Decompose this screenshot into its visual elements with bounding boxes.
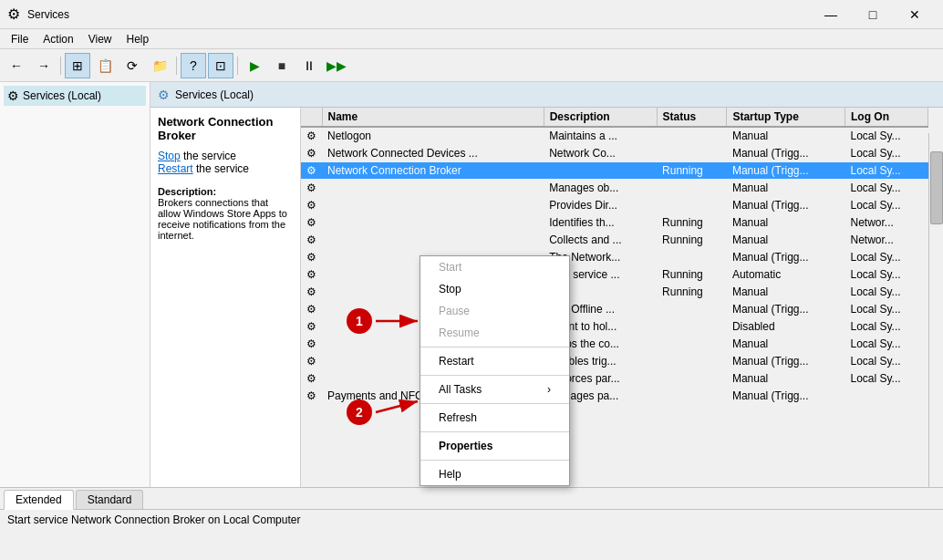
menu-view[interactable]: View (81, 31, 119, 47)
col-status[interactable]: Status (657, 108, 727, 127)
context-menu-item-restart[interactable]: Restart (420, 350, 569, 372)
restart-service-link[interactable]: Restart (158, 162, 193, 175)
forward-button[interactable]: → (31, 53, 57, 78)
context-menu-separator (420, 431, 569, 432)
table-row[interactable]: ⚙ Network Connected Devices ... Network … (301, 145, 928, 162)
tab-standard[interactable]: Standard (76, 490, 144, 509)
context-menu-item-refresh[interactable]: Refresh (420, 407, 569, 429)
close-button[interactable]: ✕ (894, 0, 936, 29)
row-name: Netlogon (322, 127, 544, 145)
table-row[interactable]: ⚙ Manages ob... Manual Local Sy... (301, 180, 928, 197)
menu-bar: File Action View Help (0, 29, 943, 49)
table-row[interactable]: ⚙ Collects and ... Running Manual Networ… (301, 232, 928, 249)
row-startup-type: Manual (727, 127, 845, 145)
context-menu-item-stop[interactable]: Stop (420, 278, 569, 300)
row-gear-icon: ⚙ (301, 370, 322, 388)
desc-body: Brokers connections that allow Windows S… (158, 197, 287, 241)
table-container[interactable]: Name Description Status Startup Type Log… (301, 108, 943, 487)
context-menu-separator (420, 460, 569, 461)
col-name[interactable]: Name (322, 108, 544, 127)
table-row[interactable]: ⚙ The Offline ... Manual (Trigg... Local… (301, 301, 928, 318)
row-startup-type: Manual (727, 284, 845, 301)
context-menu-item-all-tasks[interactable]: All Tasks› (420, 379, 569, 400)
row-startup-type: Manual (Trigg... (727, 197, 845, 214)
stop-service-button[interactable]: ■ (269, 53, 295, 78)
row-gear-icon: ⚙ (301, 388, 322, 405)
row-logon: Local Sy... (845, 266, 927, 284)
row-logon: Local Sy... (845, 301, 927, 318)
table-row[interactable]: ⚙ The Network... Manual (Trigg... Local … (301, 249, 928, 266)
table-row[interactable]: ⚙ Provides Dir... Manual (Trigg... Local… (301, 197, 928, 214)
services-icon: ⚙ (7, 88, 19, 103)
row-description: Network Co... (544, 145, 657, 162)
scrollbar-track[interactable] (928, 133, 943, 487)
row-logon: Local Sy... (845, 284, 927, 301)
row-startup-type: Manual (Trigg... (727, 145, 845, 162)
export-button[interactable]: 📁 (147, 53, 172, 78)
start-service-button[interactable]: ▶ (242, 53, 267, 78)
row-gear-icon: ⚙ (301, 162, 322, 180)
row-status (657, 353, 727, 370)
stop-service-link[interactable]: Stop (158, 150, 181, 162)
table-row[interactable]: ⚙ Netlogon Maintains a ... Manual Local … (301, 127, 928, 145)
col-description[interactable]: Description (544, 108, 657, 127)
row-gear-icon: ⚙ (301, 336, 322, 353)
col-logon[interactable]: Log On (845, 108, 927, 127)
table-row[interactable]: ⚙ Enables trig... Manual (Trigg... Local… (301, 353, 928, 370)
row-gear-icon: ⚙ (301, 180, 322, 197)
context-menu-separator (420, 403, 569, 404)
table-row[interactable]: ⚙ Agent to hol... Disabled Local Sy... (301, 318, 928, 336)
row-status (657, 145, 727, 162)
back-button[interactable]: ← (4, 53, 29, 78)
restart-service-button[interactable]: ▶▶ (324, 53, 349, 78)
row-description: Collects and ... (544, 232, 657, 249)
row-status (657, 301, 727, 318)
row-description: Identifies th... (544, 214, 657, 232)
table-row[interactable]: ⚙ Helps the co... Manual Local Sy... (301, 336, 928, 353)
row-gear-icon: ⚙ (301, 197, 322, 214)
row-logon: Local Sy... (845, 145, 927, 162)
copy-button[interactable]: 📋 (92, 53, 118, 78)
minimize-button[interactable]: — (810, 0, 852, 29)
row-status (657, 336, 727, 353)
table-row[interactable]: ⚙ Payments and NFC/SE Mana... Manages pa… (301, 388, 928, 405)
services-panel-title: Services (Local) (175, 88, 254, 101)
maximize-button[interactable]: □ (852, 0, 894, 29)
tree-item-services-local[interactable]: ⚙ Services (Local) (4, 86, 146, 106)
scrollbar-thumb[interactable] (930, 151, 943, 224)
pause-service-button[interactable]: ⏸ (296, 53, 322, 78)
table-row[interactable]: ⚙ This service ... Running Automatic Loc… (301, 266, 928, 284)
context-menu-item-help[interactable]: Help (420, 463, 569, 485)
row-logon: Local Sy... (845, 197, 927, 214)
tree-item-label: Services (Local) (23, 89, 101, 102)
context-menu: StartStopPauseResumeRestartAll Tasks›Ref… (420, 255, 570, 486)
services-panel-icon: ⚙ (158, 88, 170, 102)
menu-action[interactable]: Action (36, 31, 80, 47)
row-gear-icon: ⚙ (301, 249, 322, 266)
col-startup-type[interactable]: Startup Type (727, 108, 845, 127)
row-status: Running (657, 232, 727, 249)
row-gear-icon: ⚙ (301, 145, 322, 162)
refresh-button[interactable]: ⟳ (119, 53, 145, 78)
row-logon: Local Sy... (845, 336, 927, 353)
description-panel: Network Connection Broker Stop the servi… (150, 108, 301, 487)
view2-button[interactable]: ⊡ (208, 53, 233, 78)
menu-file[interactable]: File (4, 31, 36, 47)
tab-extended[interactable]: Extended (4, 490, 74, 510)
services-table: Name Description Status Startup Type Log… (301, 108, 928, 405)
context-menu-item-properties[interactable]: Properties (420, 435, 569, 457)
view-button[interactable]: ⊞ (65, 53, 90, 78)
row-logon: Local Sy... (845, 318, 927, 336)
row-name (322, 232, 544, 249)
row-gear-icon: ⚙ (301, 127, 322, 145)
table-row[interactable]: ⚙ Running Manual Local Sy... (301, 284, 928, 301)
help-button[interactable]: ? (181, 53, 206, 78)
table-row[interactable]: ⚙ Identifies th... Running Manual Networ… (301, 214, 928, 232)
table-row[interactable]: ⚙ Enforces par... Manual Local Sy... (301, 370, 928, 388)
menu-help[interactable]: Help (119, 31, 157, 47)
table-row[interactable]: ⚙ Network Connection Broker Running Manu… (301, 162, 928, 180)
service-title: Network Connection Broker (158, 115, 293, 142)
restart-service-text: the service (193, 162, 249, 175)
row-name (322, 180, 544, 197)
row-description (544, 162, 657, 180)
